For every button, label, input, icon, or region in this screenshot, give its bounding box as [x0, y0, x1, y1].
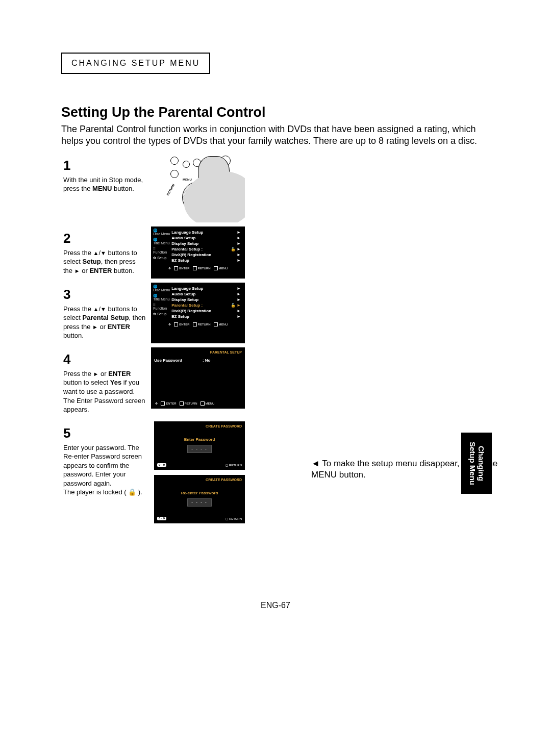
square-icon — [193, 322, 197, 326]
side-disc-label: Disc Menu — [153, 288, 170, 292]
triangle-left-icon: ► — [311, 458, 320, 469]
side-title-label: Title Menu — [153, 241, 169, 245]
side-disc: 🌐Disc Menu — [153, 229, 170, 236]
arrow-icon: ► — [236, 297, 241, 302]
foot-enter: ENTER — [161, 401, 176, 406]
pw-header: CREATE PASSWORD — [157, 424, 242, 428]
manual-page: CHANGING SETUP MENU Setting Up the Paren… — [61, 53, 490, 527]
password-box: - - - - — [187, 498, 212, 507]
steps-column: 1 With the unit in Stop mode, press the … — [61, 154, 245, 523]
arrow-icon: ► — [236, 247, 241, 251]
move-icon: ✥ — [168, 266, 171, 270]
reenter-password-prompt: Re-enter Password — [157, 491, 242, 495]
rewind-icon — [170, 157, 179, 165]
osd-item-audio: Audio Setup► — [168, 291, 242, 297]
osd-ez: EZ Setup — [169, 314, 236, 319]
foot-menu: MENU — [214, 322, 228, 326]
step-number: 1 — [63, 157, 149, 174]
up-icon: ▲ — [93, 250, 99, 256]
s5-text: Enter your password. The Re-enter Passwo… — [63, 444, 142, 487]
menu-label: MENU — [183, 178, 192, 181]
arrow-icon: ► — [236, 292, 241, 296]
arrow-icon: ► — [236, 258, 241, 263]
step-1-post: button. — [112, 185, 134, 192]
use-password-label: Use Password — [154, 358, 182, 363]
osd-side-icons: 🌐Disc Menu 🌐Title Menu ⠿Function ✿ Setup — [153, 229, 170, 260]
hand-palm — [180, 165, 245, 222]
arrow-icon: ► — [236, 241, 241, 246]
step-5-text: 5 Enter your password. The Re-enter Pass… — [61, 421, 154, 523]
osd-item-language: Language Setup► — [168, 230, 242, 235]
foot-return-label: RETURN — [198, 267, 211, 270]
panel-header: PARENTAL SETUP — [154, 350, 242, 354]
s2-bold2: ENTER — [89, 267, 112, 274]
arrow-icon: ► — [236, 253, 241, 257]
osd-footer: ✥ ENTER RETURN MENU — [151, 401, 214, 406]
remote-illustration: MENU ENTER RETURN DISC MENU — [154, 154, 245, 222]
s4-bold2: Yes — [110, 379, 121, 386]
arrow-icon: ► — [236, 303, 241, 308]
osd-item-ez: EZ Setup► — [168, 314, 242, 319]
s4-c: button to select — [63, 379, 110, 386]
osd-item-divx: DivX(R) Registration► — [168, 252, 242, 258]
s3-e: button. — [63, 332, 84, 339]
s2-a: Press the — [63, 249, 93, 257]
s4-b: or — [98, 370, 108, 377]
move-icon: ✥ — [155, 401, 158, 405]
square-icon — [161, 401, 165, 406]
step-3: 3 Press the ▲/▼ buttons to select Parent… — [61, 283, 245, 343]
square-icon — [180, 401, 184, 406]
stop-icon — [183, 161, 190, 168]
step-4-text: 4 Press the ► or ENTER button to select … — [61, 347, 151, 417]
pw-footer: 0 - 9 ◻ RETURN — [157, 463, 242, 467]
page-number: ENG-67 — [61, 601, 490, 610]
foot-menu-label: MENU — [219, 267, 228, 270]
s5-locked-pre: The player is locked ( — [63, 488, 128, 496]
pw-return-label: RETURN — [229, 464, 242, 467]
side-setup-label: Setup — [157, 312, 166, 316]
use-password-value: : No — [203, 358, 211, 363]
arrow-icon: ► — [236, 236, 241, 240]
foot-return: RETURN — [180, 401, 197, 406]
side-title-label: Title Menu — [153, 297, 169, 301]
down-icon: ▼ — [101, 250, 106, 256]
move-icon: ✥ — [168, 322, 171, 326]
osd-item-parental-selected: Parental Setup :🔓► — [168, 303, 242, 308]
s2-e: button. — [112, 267, 134, 274]
pw-return-label: RETURN — [229, 517, 242, 520]
s2-bold: Setup — [83, 258, 101, 265]
osd-divx: DivX(R) Registration — [169, 253, 236, 257]
lock-icon: 🔓 — [231, 303, 236, 308]
foot-menu-label: MENU — [219, 323, 228, 326]
side-setup-label: Setup — [157, 256, 166, 260]
pw-return: ◻ RETURN — [226, 463, 242, 467]
side-disc: 🌐Disc Menu — [153, 285, 170, 292]
osd-item-language: Language Setup► — [168, 286, 242, 291]
lock-icon: 🔒 — [128, 488, 136, 496]
enter-password-panel: CREATE PASSWORD Enter Password - - - - 0… — [154, 421, 245, 470]
square-icon — [214, 322, 218, 326]
step-1: 1 With the unit in Stop mode, press the … — [61, 154, 245, 222]
return-label: RETURN — [166, 183, 176, 196]
side-tab-line2: Setup Menu — [468, 442, 477, 485]
step-number: 2 — [63, 230, 146, 247]
step-1-bold: MENU — [92, 185, 112, 192]
arrow-icon: ► — [236, 286, 241, 291]
side-tab: Changing Setup Menu — [461, 433, 492, 494]
up-icon: ▲ — [93, 306, 99, 312]
osd-display: Display Setup — [169, 241, 236, 246]
s3-bold2: ENTER — [108, 323, 130, 331]
password-panels: CREATE PASSWORD Enter Password - - - - 0… — [154, 421, 245, 523]
osd-item-ez: EZ Setup► — [168, 258, 242, 263]
s4-bold: ENTER — [108, 370, 131, 377]
osd-lang: Language Setup — [169, 230, 236, 235]
s2-d: or — [80, 267, 90, 274]
square-icon — [214, 266, 218, 270]
foot-return-label: RETURN — [198, 323, 211, 326]
foot-enter: ENTER — [174, 266, 189, 270]
side-tab-line1: Changing — [477, 445, 486, 481]
side-tab-text: Changing Setup Menu — [468, 442, 485, 485]
foot-return: RETURN — [193, 322, 211, 326]
osd-display: Display Setup — [169, 297, 236, 302]
step-4: 4 Press the ► or ENTER button to select … — [61, 347, 245, 417]
